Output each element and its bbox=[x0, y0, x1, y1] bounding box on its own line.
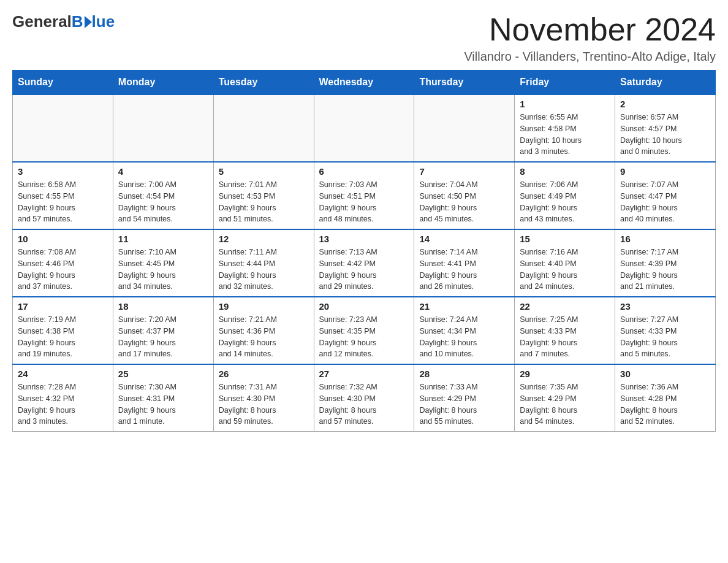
calendar-week-1: 1Sunrise: 6:55 AMSunset: 4:58 PMDaylight… bbox=[13, 94, 716, 162]
calendar-cell: 30Sunrise: 7:36 AMSunset: 4:28 PMDayligh… bbox=[615, 364, 716, 432]
day-info: Sunrise: 7:11 AMSunset: 4:44 PMDaylight:… bbox=[219, 247, 309, 293]
calendar-cell: 16Sunrise: 7:17 AMSunset: 4:39 PMDayligh… bbox=[615, 229, 716, 297]
calendar-header-friday: Friday bbox=[515, 71, 615, 95]
calendar-cell bbox=[13, 94, 113, 162]
day-info: Sunrise: 6:57 AMSunset: 4:57 PMDaylight:… bbox=[620, 112, 710, 158]
day-number: 16 bbox=[620, 234, 710, 244]
logo-arrow-icon bbox=[85, 16, 92, 28]
day-number: 5 bbox=[219, 166, 309, 177]
calendar-cell: 29Sunrise: 7:35 AMSunset: 4:29 PMDayligh… bbox=[515, 364, 615, 432]
day-info: Sunrise: 7:20 AMSunset: 4:37 PMDaylight:… bbox=[118, 314, 208, 360]
day-info: Sunrise: 7:00 AMSunset: 4:54 PMDaylight:… bbox=[118, 179, 208, 225]
calendar-cell: 14Sunrise: 7:14 AMSunset: 4:41 PMDayligh… bbox=[414, 229, 515, 297]
calendar-cell: 5Sunrise: 7:01 AMSunset: 4:53 PMDaylight… bbox=[213, 162, 314, 229]
calendar-cell bbox=[213, 94, 314, 162]
calendar-week-2: 3Sunrise: 6:58 AMSunset: 4:55 PMDaylight… bbox=[13, 162, 716, 229]
day-info: Sunrise: 7:01 AMSunset: 4:53 PMDaylight:… bbox=[219, 179, 309, 225]
day-info: Sunrise: 7:24 AMSunset: 4:34 PMDaylight:… bbox=[419, 314, 509, 360]
day-number: 11 bbox=[118, 234, 208, 244]
day-info: Sunrise: 7:23 AMSunset: 4:35 PMDaylight:… bbox=[319, 314, 409, 360]
day-number: 30 bbox=[620, 369, 710, 379]
calendar-cell: 24Sunrise: 7:28 AMSunset: 4:32 PMDayligh… bbox=[13, 364, 113, 432]
calendar-header-tuesday: Tuesday bbox=[213, 71, 314, 95]
day-info: Sunrise: 7:30 AMSunset: 4:31 PMDaylight:… bbox=[118, 381, 208, 427]
day-number: 17 bbox=[18, 301, 108, 312]
calendar-cell: 28Sunrise: 7:33 AMSunset: 4:29 PMDayligh… bbox=[414, 364, 515, 432]
day-number: 2 bbox=[620, 99, 710, 109]
logo-b-text: B bbox=[72, 12, 83, 31]
day-info: Sunrise: 7:08 AMSunset: 4:46 PMDaylight:… bbox=[18, 247, 108, 293]
calendar-header-thursday: Thursday bbox=[414, 71, 515, 95]
day-number: 21 bbox=[419, 301, 509, 312]
day-number: 24 bbox=[18, 369, 108, 379]
day-info: Sunrise: 7:25 AMSunset: 4:33 PMDaylight:… bbox=[520, 314, 610, 360]
calendar-cell: 23Sunrise: 7:27 AMSunset: 4:33 PMDayligh… bbox=[615, 297, 716, 364]
calendar-cell bbox=[314, 94, 414, 162]
title-area: November 2024 Villandro - Villanders, Tr… bbox=[464, 12, 716, 64]
day-number: 15 bbox=[520, 234, 610, 244]
day-number: 18 bbox=[118, 301, 208, 312]
calendar-header-row: SundayMondayTuesdayWednesdayThursdayFrid… bbox=[13, 71, 716, 95]
calendar-cell: 15Sunrise: 7:16 AMSunset: 4:40 PMDayligh… bbox=[515, 229, 615, 297]
day-info: Sunrise: 7:16 AMSunset: 4:40 PMDaylight:… bbox=[520, 247, 610, 293]
day-number: 1 bbox=[520, 99, 610, 109]
calendar-week-4: 17Sunrise: 7:19 AMSunset: 4:38 PMDayligh… bbox=[13, 297, 716, 364]
day-number: 9 bbox=[620, 166, 710, 177]
calendar-cell: 26Sunrise: 7:31 AMSunset: 4:30 PMDayligh… bbox=[213, 364, 314, 432]
calendar-week-3: 10Sunrise: 7:08 AMSunset: 4:46 PMDayligh… bbox=[13, 229, 716, 297]
day-number: 13 bbox=[319, 234, 409, 244]
day-info: Sunrise: 7:35 AMSunset: 4:29 PMDaylight:… bbox=[520, 381, 610, 427]
day-info: Sunrise: 7:32 AMSunset: 4:30 PMDaylight:… bbox=[319, 381, 409, 427]
day-info: Sunrise: 7:33 AMSunset: 4:29 PMDaylight:… bbox=[419, 381, 509, 427]
calendar-cell: 18Sunrise: 7:20 AMSunset: 4:37 PMDayligh… bbox=[113, 297, 213, 364]
day-info: Sunrise: 7:28 AMSunset: 4:32 PMDaylight:… bbox=[18, 381, 108, 427]
day-number: 19 bbox=[219, 301, 309, 312]
day-number: 20 bbox=[319, 301, 409, 312]
calendar-cell: 7Sunrise: 7:04 AMSunset: 4:50 PMDaylight… bbox=[414, 162, 515, 229]
day-number: 10 bbox=[18, 234, 108, 244]
day-info: Sunrise: 7:13 AMSunset: 4:42 PMDaylight:… bbox=[319, 247, 409, 293]
day-number: 22 bbox=[520, 301, 610, 312]
day-number: 7 bbox=[419, 166, 509, 177]
day-info: Sunrise: 6:58 AMSunset: 4:55 PMDaylight:… bbox=[18, 179, 108, 225]
calendar-week-5: 24Sunrise: 7:28 AMSunset: 4:32 PMDayligh… bbox=[13, 364, 716, 432]
day-info: Sunrise: 7:07 AMSunset: 4:47 PMDaylight:… bbox=[620, 179, 710, 225]
calendar-cell bbox=[414, 94, 515, 162]
day-info: Sunrise: 7:17 AMSunset: 4:39 PMDaylight:… bbox=[620, 247, 710, 293]
calendar-table: SundayMondayTuesdayWednesdayThursdayFrid… bbox=[12, 70, 716, 432]
calendar-cell: 22Sunrise: 7:25 AMSunset: 4:33 PMDayligh… bbox=[515, 297, 615, 364]
calendar-cell: 12Sunrise: 7:11 AMSunset: 4:44 PMDayligh… bbox=[213, 229, 314, 297]
day-number: 27 bbox=[319, 369, 409, 379]
header: General B lue November 2024 Villandro - … bbox=[12, 12, 716, 64]
calendar-cell: 25Sunrise: 7:30 AMSunset: 4:31 PMDayligh… bbox=[113, 364, 213, 432]
logo-general-text: General bbox=[12, 12, 72, 31]
day-info: Sunrise: 7:06 AMSunset: 4:49 PMDaylight:… bbox=[520, 179, 610, 225]
subtitle: Villandro - Villanders, Trentino-Alto Ad… bbox=[464, 50, 716, 64]
day-number: 26 bbox=[219, 369, 309, 379]
day-info: Sunrise: 7:27 AMSunset: 4:33 PMDaylight:… bbox=[620, 314, 710, 360]
day-info: Sunrise: 6:55 AMSunset: 4:58 PMDaylight:… bbox=[520, 112, 610, 158]
calendar-cell: 6Sunrise: 7:03 AMSunset: 4:51 PMDaylight… bbox=[314, 162, 414, 229]
logo: General B lue bbox=[12, 12, 115, 31]
calendar-cell: 4Sunrise: 7:00 AMSunset: 4:54 PMDaylight… bbox=[113, 162, 213, 229]
calendar-cell: 13Sunrise: 7:13 AMSunset: 4:42 PMDayligh… bbox=[314, 229, 414, 297]
calendar-cell: 11Sunrise: 7:10 AMSunset: 4:45 PMDayligh… bbox=[113, 229, 213, 297]
day-info: Sunrise: 7:19 AMSunset: 4:38 PMDaylight:… bbox=[18, 314, 108, 360]
day-info: Sunrise: 7:14 AMSunset: 4:41 PMDaylight:… bbox=[419, 247, 509, 293]
day-number: 3 bbox=[18, 166, 108, 177]
day-number: 29 bbox=[520, 369, 610, 379]
calendar-cell: 21Sunrise: 7:24 AMSunset: 4:34 PMDayligh… bbox=[414, 297, 515, 364]
day-info: Sunrise: 7:04 AMSunset: 4:50 PMDaylight:… bbox=[419, 179, 509, 225]
day-info: Sunrise: 7:31 AMSunset: 4:30 PMDaylight:… bbox=[219, 381, 309, 427]
day-info: Sunrise: 7:10 AMSunset: 4:45 PMDaylight:… bbox=[118, 247, 208, 293]
calendar-cell: 8Sunrise: 7:06 AMSunset: 4:49 PMDaylight… bbox=[515, 162, 615, 229]
day-number: 25 bbox=[118, 369, 208, 379]
day-number: 23 bbox=[620, 301, 710, 312]
day-number: 4 bbox=[118, 166, 208, 177]
calendar-header-wednesday: Wednesday bbox=[314, 71, 414, 95]
calendar-cell: 27Sunrise: 7:32 AMSunset: 4:30 PMDayligh… bbox=[314, 364, 414, 432]
calendar-cell: 10Sunrise: 7:08 AMSunset: 4:46 PMDayligh… bbox=[13, 229, 113, 297]
day-number: 6 bbox=[319, 166, 409, 177]
calendar-cell: 9Sunrise: 7:07 AMSunset: 4:47 PMDaylight… bbox=[615, 162, 716, 229]
day-number: 14 bbox=[419, 234, 509, 244]
